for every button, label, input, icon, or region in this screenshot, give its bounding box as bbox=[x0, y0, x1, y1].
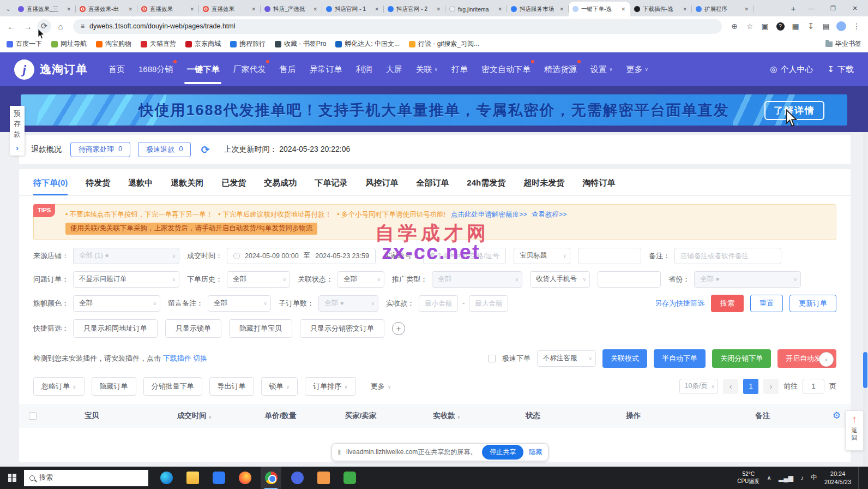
speed-order-checkbox[interactable] bbox=[488, 355, 496, 362]
tab-close-icon[interactable]: ✕ bbox=[65, 5, 72, 13]
new-tab-button[interactable]: + bbox=[786, 4, 800, 16]
taskbar-app-store[interactable] bbox=[208, 467, 229, 489]
scrollbar-track[interactable] bbox=[863, 132, 867, 467]
taskbar-app-app-blue[interactable] bbox=[287, 467, 308, 489]
taskbar-app-firefox[interactable] bbox=[234, 467, 255, 489]
current-page-button[interactable]: 1 bbox=[743, 379, 758, 394]
province-select[interactable]: 全部 ●∨ bbox=[694, 271, 801, 288]
tab-close-icon[interactable]: ✕ bbox=[682, 5, 688, 13]
nav-item-1688分销[interactable]: 1688分销 bbox=[138, 52, 173, 86]
forward-icon[interactable]: → bbox=[21, 19, 35, 33]
tab-close-icon[interactable]: ✕ bbox=[497, 5, 503, 13]
order-tab-淘特订单[interactable]: 淘特订单 bbox=[582, 178, 615, 195]
stop-sharing-button[interactable]: 停止共享 bbox=[482, 445, 523, 460]
bookmark-item[interactable]: 百度一下 bbox=[7, 39, 42, 49]
tab-close-icon[interactable]: ✕ bbox=[189, 5, 195, 13]
nav-item-厂家代发[interactable]: 厂家代发 bbox=[233, 52, 266, 86]
tab-close-icon[interactable]: ✕ bbox=[558, 5, 565, 13]
taskbar-app-app-green[interactable] bbox=[339, 467, 360, 489]
taskbar-app-folder-doc[interactable] bbox=[313, 467, 334, 489]
item-title-type-select[interactable]: 宝贝标题∨ bbox=[514, 248, 570, 264]
action-关闭分销下单[interactable]: 关闭分销下单 bbox=[712, 349, 771, 368]
apply-decrypt-quota-link[interactable]: 点击此处申请解密额度>> bbox=[451, 211, 527, 218]
buyer-order-no-input[interactable] bbox=[423, 248, 506, 264]
tray-chevron-up-icon[interactable]: ∧ bbox=[767, 474, 771, 482]
taskbar-app-explorer[interactable] bbox=[182, 467, 203, 489]
nav-item-更多[interactable]: 更多∨ bbox=[626, 52, 649, 86]
min-amount-input[interactable] bbox=[419, 295, 458, 312]
close-button[interactable]: ✕ bbox=[844, 0, 866, 16]
nav-right-个人中心[interactable]: ◎个人中心 bbox=[770, 64, 813, 75]
home-icon[interactable]: ⌂ bbox=[53, 19, 68, 33]
nav-item-异常订单[interactable]: 异常订单 bbox=[309, 52, 342, 86]
nav-item-精选货源[interactable]: 精选货源 bbox=[544, 52, 577, 86]
hide-share-bar-link[interactable]: 隐藏 bbox=[529, 448, 542, 457]
order-tab-待下单(0)[interactable]: 待下单(0) bbox=[33, 178, 68, 195]
bookmark-item[interactable]: 淘宝购物 bbox=[96, 39, 131, 49]
select-all-checkbox[interactable] bbox=[29, 412, 37, 420]
tampermonkey-extension-icon[interactable]: ▣ bbox=[758, 19, 772, 33]
volume-icon[interactable]: ♪ bbox=[800, 474, 804, 482]
order-tab-风控订单[interactable]: 风控订单 bbox=[365, 178, 398, 195]
browser-tab[interactable]: 抖店服务市场✕ bbox=[507, 2, 569, 16]
network-signal-icon[interactable]: ▂▄▆ bbox=[779, 474, 793, 482]
side-panel-icon[interactable]: ▤ bbox=[819, 19, 833, 33]
browser-tab[interactable]: 一键下单-逸✕ bbox=[569, 2, 630, 16]
quick-filter-只显示相同地址订单[interactable]: 只显示相同地址订单 bbox=[73, 319, 158, 338]
toolbar-订单排序[interactable]: 订单排序∨ bbox=[305, 377, 356, 396]
help-extension-icon[interactable]: ? bbox=[773, 19, 787, 33]
nav-item-关联[interactable]: 关联∨ bbox=[415, 52, 438, 86]
order-history-select[interactable]: 全部∨ bbox=[227, 271, 290, 288]
browser-tab[interactable]: 直播效果✕ bbox=[137, 2, 199, 16]
site-info-icon[interactable]: ≡ bbox=[81, 22, 85, 30]
action-半自动下单[interactable]: 半自动下单 bbox=[654, 349, 706, 368]
search-button[interactable]: 搜索 bbox=[711, 295, 744, 312]
nav-item-利润[interactable]: 利润 bbox=[355, 52, 372, 86]
browser-tab[interactable]: 抖店_严选批✕ bbox=[261, 2, 322, 16]
reset-button[interactable]: 重置 bbox=[750, 295, 783, 312]
order-tab-待发货[interactable]: 待发货 bbox=[86, 178, 110, 195]
extensions-puzzle-icon[interactable]: ▦ bbox=[788, 19, 803, 33]
prepaid-balance-side-tab[interactable]: 预存款› bbox=[10, 106, 25, 156]
tab-close-icon[interactable]: ✕ bbox=[312, 5, 318, 13]
zoom-icon[interactable]: ⊕ bbox=[727, 19, 742, 33]
tab-close-icon[interactable]: ✕ bbox=[373, 5, 380, 13]
order-tab-交易成功[interactable]: 交易成功 bbox=[264, 178, 297, 195]
switch-plugin-link[interactable]: 切换 bbox=[193, 354, 207, 363]
source-shop-select[interactable]: 全部 (1) ●∨ bbox=[73, 248, 179, 264]
order-tab-24h需发货[interactable]: 24h需发货 bbox=[467, 178, 505, 195]
column-header-成交时间[interactable]: 成交时间▲▼ bbox=[147, 411, 242, 421]
toolbar-分销批量下单[interactable]: 分销批量下单 bbox=[143, 377, 202, 396]
taskbar-clock[interactable]: 20:24 2024/5/23 bbox=[824, 470, 851, 486]
tab-close-icon[interactable]: ✕ bbox=[250, 5, 257, 13]
remark-input[interactable] bbox=[674, 248, 781, 264]
tab-close-icon[interactable]: ✕ bbox=[435, 5, 442, 13]
browser-tab[interactable]: 下载插件-逸✕ bbox=[630, 2, 692, 16]
profile-avatar[interactable] bbox=[834, 19, 848, 33]
download-plugin-link[interactable]: 下载插件 bbox=[163, 354, 191, 363]
tab-close-icon[interactable]: ✕ bbox=[620, 5, 626, 13]
nav-item-密文自动下单[interactable]: 密文自动下单 bbox=[481, 52, 531, 86]
problem-order-select[interactable]: 不显示问题订单∨ bbox=[73, 271, 179, 288]
goto-page-input[interactable] bbox=[803, 379, 824, 394]
bookmark-item[interactable]: 收藏 - 书签Pro bbox=[275, 39, 326, 49]
sub-order-count-select[interactable]: 全部 ●∨ bbox=[318, 295, 378, 312]
promotion-type-select[interactable]: 全部∨ bbox=[432, 271, 522, 288]
receiver-phone-type-select[interactable]: 收货人手机号∨ bbox=[530, 271, 590, 288]
order-tab-退款中[interactable]: 退款中 bbox=[128, 178, 153, 195]
downloads-icon[interactable]: ↧ bbox=[804, 19, 818, 33]
next-page-button[interactable]: › bbox=[763, 379, 779, 394]
receiver-phone-input[interactable] bbox=[598, 271, 661, 288]
quick-filter-只显示分销密文订单[interactable]: 只显示分销密文订单 bbox=[300, 319, 384, 338]
browser-tab[interactable]: 扩展程序✕ bbox=[692, 2, 754, 16]
notification-panel-edge[interactable] bbox=[858, 467, 863, 489]
address-bar[interactable]: ≡ dywebs.1tsoft.com/douyin-web/pages/tra… bbox=[73, 19, 722, 34]
maximize-button[interactable]: ❐ bbox=[822, 0, 844, 16]
deal-time-range[interactable]: 2024-05-09 00:00至2024-05-23 23:59 bbox=[227, 248, 376, 264]
toolbar-忽略订单[interactable]: 忽略订单∨ bbox=[33, 377, 85, 396]
nav-right-下载[interactable]: ↧下载 bbox=[827, 64, 854, 75]
bookmark-item[interactable]: 天猫直营 bbox=[141, 39, 176, 49]
browser-tab[interactable]: 直播效果-出✕ bbox=[76, 2, 137, 16]
service-mark-select[interactable]: 不标注客服∨ bbox=[537, 350, 596, 367]
item-title-input[interactable] bbox=[578, 248, 641, 264]
